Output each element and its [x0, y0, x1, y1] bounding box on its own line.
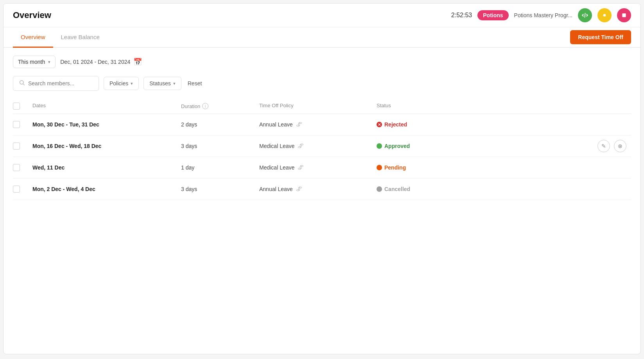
- policies-label: Policies: [109, 80, 128, 87]
- row-dates: Mon, 16 Dec - Wed, 18 Dec: [32, 143, 181, 149]
- row-dates: Wed, 11 Dec: [32, 164, 181, 171]
- row-status: Cancelled: [377, 186, 494, 192]
- program-label: Potions Mastery Progr...: [514, 12, 572, 18]
- status-dot-cancelled: [377, 186, 382, 192]
- search-filters: Policies ▾ Statuses ▾ Reset: [13, 76, 631, 91]
- svg-point-0: [603, 14, 606, 17]
- select-all-checkbox[interactable]: [13, 103, 20, 110]
- row-duration: 3 days: [181, 186, 259, 192]
- main-content: This month ▾ Dec, 01 2024 - Dec, 31 2024…: [4, 48, 640, 208]
- row-status: Pending: [377, 164, 494, 171]
- request-time-off-button[interactable]: Request Time Off: [570, 30, 631, 44]
- potions-badge[interactable]: Potions: [477, 10, 508, 20]
- row-checkbox-col: [13, 186, 32, 193]
- row-checkbox-col: [13, 143, 32, 150]
- policies-chevron-icon: ▾: [131, 81, 133, 86]
- tab-overview[interactable]: Overview: [13, 27, 53, 48]
- header-actions: [494, 103, 631, 110]
- page-title: Overview: [13, 10, 51, 20]
- svg-point-2: [20, 81, 23, 84]
- table-row: Wed, 11 Dec 1 day Medical Leave 🖇 Pendin…: [13, 157, 631, 179]
- row-checkbox-col: [13, 121, 32, 128]
- svg-line-3: [23, 84, 25, 85]
- table-header: Dates Duration i Time Off Policy Status: [13, 99, 631, 114]
- row-policy: Annual Leave 🖇: [259, 121, 377, 128]
- this-month-filter[interactable]: This month ▾: [13, 56, 56, 68]
- statuses-filter-button[interactable]: Statuses ▾: [144, 77, 181, 90]
- edit-icon[interactable]: ✎: [597, 140, 610, 152]
- status-dot-rejected: ✕: [377, 122, 382, 127]
- row-actions: ✎ ⊗: [597, 140, 626, 152]
- policies-filter-button[interactable]: Policies ▾: [104, 77, 139, 90]
- status-dot-approved: [377, 143, 382, 149]
- row-dates: Mon, 2 Dec - Wed, 4 Dec: [32, 186, 181, 192]
- status-label: Cancelled: [384, 186, 410, 192]
- tabs-bar: Overview Leave Balance Request Time Off: [4, 27, 640, 48]
- statuses-label: Statuses: [149, 80, 170, 87]
- calendar-icon[interactable]: 📅: [133, 58, 142, 66]
- header-checkbox-col: [13, 103, 32, 110]
- row-status: Approved: [377, 143, 494, 149]
- close-icon[interactable]: ⊗: [614, 140, 626, 152]
- row-duration: 2 days: [181, 121, 259, 128]
- row-policy: Annual Leave 🖇: [259, 186, 377, 193]
- row-status: ✕ Rejected: [377, 121, 494, 128]
- chevron-down-icon: ▾: [48, 60, 50, 65]
- header-policy: Time Off Policy: [259, 103, 377, 110]
- date-range-label: Dec, 01 2024 - Dec, 31 2024: [60, 59, 130, 65]
- date-range: Dec, 01 2024 - Dec, 31 2024 📅: [60, 58, 142, 66]
- attachment-icon[interactable]: 🖇: [298, 164, 304, 171]
- avatar-yellow[interactable]: [597, 8, 612, 22]
- header-status: Status: [377, 103, 494, 110]
- attachment-icon[interactable]: 🖇: [296, 121, 302, 128]
- svg-rect-1: [622, 13, 626, 17]
- tab-leave-balance[interactable]: Leave Balance: [53, 27, 108, 48]
- tabs-left: Overview Leave Balance: [13, 27, 108, 47]
- search-input[interactable]: [28, 80, 91, 87]
- reset-button[interactable]: Reset: [186, 77, 204, 90]
- status-label: Approved: [384, 143, 410, 149]
- status-label: Pending: [384, 164, 406, 171]
- row-policy: Medical Leave 🖇: [259, 143, 377, 150]
- avatar-green[interactable]: [578, 8, 592, 22]
- status-label: Rejected: [384, 121, 407, 128]
- row-checkbox[interactable]: [13, 186, 20, 193]
- row-policy: Medical Leave 🖇: [259, 164, 377, 171]
- row-checkbox[interactable]: [13, 143, 20, 150]
- this-month-label: This month: [18, 59, 45, 65]
- row-checkbox[interactable]: [13, 164, 20, 171]
- header-time: 2:52:53: [451, 12, 472, 19]
- filter-bar: This month ▾ Dec, 01 2024 - Dec, 31 2024…: [13, 56, 631, 68]
- row-dates: Mon, 30 Dec - Tue, 31 Dec: [32, 121, 181, 128]
- table-row: Mon, 2 Dec - Wed, 4 Dec 3 days Annual Le…: [13, 179, 631, 200]
- search-box: [13, 76, 99, 91]
- status-dot-pending: [377, 165, 382, 170]
- leave-table: Dates Duration i Time Off Policy Status …: [13, 99, 631, 200]
- search-icon: [19, 79, 25, 87]
- header-right: 2:52:53 Potions Potions Mastery Progr...: [451, 8, 631, 22]
- header-duration: Duration i: [181, 103, 259, 110]
- row-checkbox[interactable]: [13, 121, 20, 128]
- avatar-red[interactable]: [617, 8, 631, 22]
- statuses-chevron-icon: ▾: [173, 81, 176, 86]
- table-row: Mon, 30 Dec - Tue, 31 Dec 2 days Annual …: [13, 114, 631, 135]
- header-dates: Dates: [32, 103, 181, 110]
- attachment-icon[interactable]: 🖇: [298, 143, 304, 150]
- header: Overview 2:52:53 Potions Potions Mastery…: [4, 4, 640, 27]
- row-checkbox-col: [13, 164, 32, 171]
- duration-info-icon[interactable]: i: [202, 103, 208, 109]
- attachment-icon[interactable]: 🖇: [296, 186, 302, 193]
- row-duration: 3 days: [181, 143, 259, 149]
- row-duration: 1 day: [181, 164, 259, 171]
- table-row: Mon, 16 Dec - Wed, 18 Dec 3 days Medical…: [13, 135, 631, 157]
